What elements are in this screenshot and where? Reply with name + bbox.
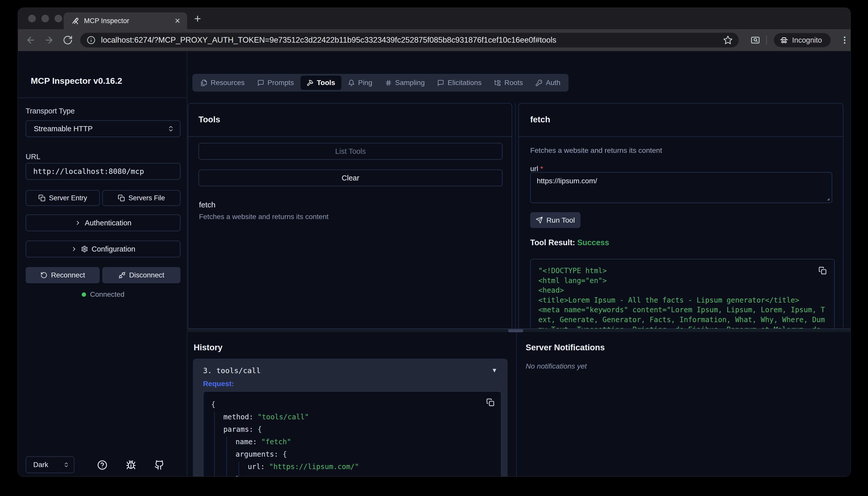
rotate-ccw-icon	[41, 272, 47, 279]
url-input[interactable]	[26, 167, 180, 176]
browser-tab[interactable]: MCP Inspector ✕	[64, 13, 187, 29]
history-panel: History 3. tools/call ▼ Request: { metho…	[188, 332, 516, 477]
hash-icon	[385, 79, 392, 86]
tab-title: MCP Inspector	[84, 17, 175, 25]
tab-auth-label: Auth	[546, 79, 561, 87]
tab-prompts-label: Prompts	[268, 79, 294, 87]
theme-select[interactable]: Dark	[26, 456, 74, 473]
configuration-toggle[interactable]: Configuration	[26, 241, 180, 258]
copy-request-icon[interactable]	[486, 398, 494, 406]
result-line: my Text, Typesetting, Printing, de Finib…	[538, 325, 827, 328]
json-key: url:	[248, 463, 269, 471]
tab-search-icon[interactable]	[750, 35, 760, 45]
bell-icon	[348, 79, 355, 86]
reconnect-button[interactable]: Reconnect	[26, 267, 100, 283]
tab-prompts[interactable]: Prompts	[251, 76, 300, 90]
close-window-button[interactable]	[28, 15, 36, 22]
vertical-pane-divider[interactable]	[515, 103, 516, 328]
json-key: method:	[223, 413, 258, 421]
configuration-label: Configuration	[92, 245, 136, 253]
clear-button[interactable]: Clear	[199, 170, 503, 186]
result-line: <head>	[538, 285, 827, 295]
tab-resources[interactable]: Resources	[194, 76, 251, 90]
browser-menu-icon[interactable]	[840, 35, 850, 45]
server-entry-label: Server Entry	[49, 194, 87, 202]
transport-type-value: Streamable HTTP	[34, 125, 167, 133]
request-json-block: { method: "tools/call" params: { name: "…	[203, 391, 502, 477]
bookmark-star-icon[interactable]	[723, 35, 733, 45]
tools-panel-title: Tools	[199, 115, 220, 124]
param-url-field-wrap: https://lipsum.com/	[530, 172, 832, 203]
page-content: MCP Inspector v0.16.2 Transport Type Str…	[18, 51, 851, 477]
result-line: <html lang="en">	[538, 276, 827, 286]
copy-icon	[118, 195, 125, 202]
json-line: }	[211, 473, 493, 477]
connected-label: Connected	[90, 290, 124, 298]
maximize-window-button[interactable]	[54, 15, 62, 22]
json-key: params:	[223, 425, 258, 434]
tab-roots-label: Roots	[504, 79, 523, 87]
history-entry-label[interactable]: 3. tools/call	[203, 366, 261, 375]
tab-auth[interactable]: Auth	[530, 76, 567, 90]
clear-label: Clear	[342, 174, 359, 182]
message-square-icon	[437, 79, 444, 86]
list-tools-button[interactable]: List Tools	[199, 143, 503, 160]
json-line: {	[211, 398, 493, 411]
mcp-favicon-icon	[71, 17, 79, 25]
server-entry-button[interactable]: Server Entry	[26, 190, 100, 206]
run-tool-button[interactable]: Run Tool	[530, 212, 581, 228]
disconnect-button[interactable]: Disconnect	[102, 267, 180, 283]
servers-file-button[interactable]: Servers File	[102, 190, 180, 206]
reload-icon[interactable]	[63, 35, 73, 45]
new-tab-button[interactable]: +	[194, 13, 201, 24]
tab-ping[interactable]: Ping	[342, 76, 378, 90]
nav-tabs: Resources Prompts Tools Ping	[192, 74, 569, 92]
json-value: "fetch"	[261, 438, 291, 446]
tab-elicitations[interactable]: Elicitations	[431, 76, 488, 90]
copy-icon	[38, 195, 45, 202]
bug-icon[interactable]	[126, 460, 136, 470]
tool-detail-title: fetch	[530, 115, 550, 124]
authentication-label: Authentication	[85, 219, 131, 227]
json-line: arguments: {	[211, 448, 493, 461]
back-icon[interactable]	[26, 35, 36, 45]
tab-close-icon[interactable]: ✕	[175, 17, 180, 25]
json-brace: {	[258, 425, 262, 434]
site-info-icon[interactable]	[87, 36, 95, 44]
tool-result-row: Tool Result: Success	[530, 238, 609, 247]
required-marker: *	[540, 165, 543, 173]
transport-type-select[interactable]: Streamable HTTP	[26, 120, 180, 137]
horizontal-splitter[interactable]	[188, 328, 851, 332]
github-icon[interactable]	[154, 460, 164, 470]
key-icon	[536, 79, 542, 86]
collapse-caret-icon[interactable]: ▼	[491, 367, 498, 374]
desktop-background: MCP Inspector ✕ + localhost:6274/?MCP_PR…	[0, 0, 868, 496]
indent-guide	[239, 462, 239, 477]
authentication-toggle[interactable]: Authentication	[26, 215, 180, 231]
tab-roots[interactable]: Roots	[488, 76, 529, 90]
incognito-icon	[779, 35, 789, 45]
browser-window: MCP Inspector ✕ + localhost:6274/?MCP_PR…	[18, 7, 851, 477]
json-brace: }	[236, 475, 240, 477]
minimize-window-button[interactable]	[41, 15, 49, 22]
chevrons-up-down-icon	[167, 125, 174, 132]
resize-handle-icon[interactable]	[824, 195, 830, 201]
server-notifications-title: Server Notifications	[526, 343, 605, 352]
tab-sampling[interactable]: Sampling	[379, 76, 431, 90]
result-line: <title>Lorem Ipsum - All the facts - Lip…	[538, 295, 827, 305]
param-url-input[interactable]: https://lipsum.com/	[530, 172, 832, 203]
url-text[interactable]: localhost:6274/?MCP_PROXY_AUTH_TOKEN=9e7…	[101, 35, 723, 45]
tool-list-item[interactable]: fetch	[199, 201, 216, 209]
connected-dot-icon	[82, 292, 86, 297]
tool-detail-description: Fetches a website and returns its conten…	[530, 146, 662, 155]
tool-result-status: Success	[577, 238, 609, 247]
hammer-icon	[306, 79, 313, 86]
url-label: URL	[26, 153, 41, 161]
address-bar[interactable]: localhost:6274/?MCP_PROXY_AUTH_TOKEN=9e7…	[80, 33, 739, 47]
copy-result-icon[interactable]	[819, 266, 827, 275]
forward-icon[interactable]	[44, 35, 54, 45]
files-icon	[201, 79, 207, 86]
help-icon[interactable]	[97, 460, 107, 470]
tab-elicitations-label: Elicitations	[447, 79, 482, 87]
tab-tools[interactable]: Tools	[300, 76, 341, 90]
